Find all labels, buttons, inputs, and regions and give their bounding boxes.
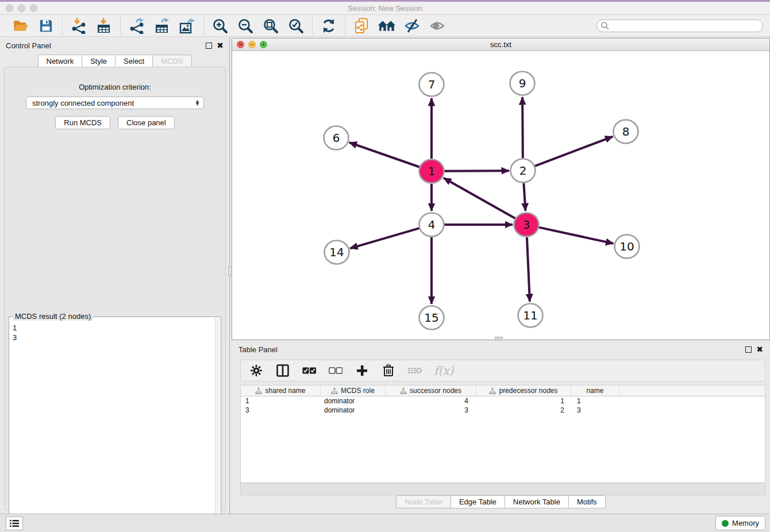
deselect-all-icon[interactable] (328, 363, 343, 378)
add-column-icon[interactable] (355, 363, 369, 378)
export-image-icon[interactable] (179, 17, 196, 34)
svg-text:9: 9 (519, 76, 526, 90)
first-neighbors-icon[interactable] (378, 17, 395, 34)
list-icon (10, 519, 19, 527)
horizontal-splitter-handle[interactable] (495, 337, 503, 341)
cell-successor-nodes[interactable]: 4 (386, 397, 476, 405)
criterion-dropdown[interactable]: strongly connected component ▲▼ (26, 97, 204, 109)
network-view-window: ✕ − + scc.txt 7968124314101511 (232, 38, 770, 340)
delete-column-icon[interactable] (381, 363, 396, 378)
zoom-selected-icon[interactable] (287, 17, 305, 34)
function-builder-icon: f(x) (434, 363, 453, 378)
tab-mcds[interactable]: MCDS (153, 55, 191, 68)
svg-text:10: 10 (619, 240, 634, 253)
memory-button[interactable]: Memory (715, 516, 765, 530)
svg-text:6: 6 (333, 131, 340, 145)
network-canvas[interactable]: 7968124314101511 (232, 51, 769, 340)
apply-layout-icon[interactable] (320, 17, 337, 34)
run-mcds-button[interactable]: Run MCDS (55, 116, 110, 129)
hierarchy-icon (331, 388, 338, 394)
zoom-out-icon[interactable] (237, 17, 254, 34)
float-table-panel-icon[interactable] (745, 346, 752, 353)
hierarchy-icon (255, 388, 262, 394)
svg-text:4: 4 (428, 218, 436, 232)
svg-text:1: 1 (428, 164, 436, 178)
cell-shared-name[interactable]: 1 (241, 397, 321, 405)
table-bottom-strip (240, 483, 765, 495)
table-tabs: Node Table Edge Table Network Table Moti… (232, 495, 770, 508)
import-table-icon[interactable] (95, 17, 113, 34)
mcds-tab-content: Optimization criterion: strongly connect… (4, 67, 226, 510)
export-network-icon[interactable] (128, 17, 145, 34)
close-panel-button[interactable]: Close panel (118, 116, 175, 129)
export-table-icon[interactable] (153, 17, 171, 34)
cell-successor-nodes[interactable]: 3 (386, 406, 476, 414)
cell-mcds-role[interactable]: dominator (321, 406, 386, 414)
close-table-panel-icon[interactable]: ✖ (756, 346, 763, 353)
svg-text:3: 3 (523, 218, 530, 232)
cell-shared-name[interactable]: 3 (241, 406, 321, 414)
import-network-icon[interactable] (70, 17, 87, 34)
application-window: Session: New Session (0, 0, 770, 532)
cell-mcds-role[interactable]: dominator (321, 397, 386, 405)
tab-edge-table[interactable]: Edge Table (451, 495, 505, 508)
tab-network[interactable]: Network (37, 55, 82, 68)
network-window-titlebar[interactable]: ✕ − + scc.txt (232, 38, 769, 51)
network-graph[interactable]: 7968124314101511 (232, 51, 769, 340)
tab-select[interactable]: Select (116, 55, 153, 68)
show-task-history-button[interactable] (6, 516, 23, 530)
delete-table-icon (407, 363, 422, 378)
cell-predecessor-nodes[interactable]: 2 (476, 406, 571, 414)
control-panel-tabs: Network Style Select MCDS (37, 55, 191, 68)
tab-motifs[interactable]: Motifs (569, 495, 606, 508)
node-table-header: shared name MCDS role successor nodes pr… (241, 385, 765, 396)
zoom-in-icon[interactable] (211, 17, 229, 34)
table-panel-title: Table Panel (238, 345, 278, 354)
table-row[interactable]: 1 dominator 4 1 1 (241, 396, 765, 406)
column-header-predecessor-nodes[interactable]: predecessor nodes (476, 385, 571, 396)
svg-text:8: 8 (622, 125, 630, 138)
cell-name[interactable]: 3 (571, 406, 619, 414)
column-header-name[interactable]: name (571, 385, 619, 396)
column-header-shared-name[interactable]: shared name (241, 385, 321, 396)
show-all-icon[interactable] (429, 17, 446, 34)
main-toolbar (0, 15, 770, 37)
clone-network-icon[interactable] (353, 17, 370, 34)
table-panel: Table Panel ✖ (232, 341, 770, 514)
open-session-icon[interactable] (12, 17, 29, 34)
table-row[interactable]: 3 dominator 3 2 3 (241, 406, 765, 415)
column-header-mcds-role[interactable]: MCDS role (321, 385, 386, 396)
search-input[interactable] (610, 21, 763, 31)
mcds-result-group: MCDS result (2 nodes) 1 3 (9, 317, 221, 532)
mcds-result-text[interactable]: 1 3 (13, 323, 215, 532)
window-titlebar: Session: New Session (0, 2, 770, 15)
hierarchy-icon (489, 388, 496, 394)
gear-icon[interactable] (249, 363, 264, 378)
cell-name[interactable]: 1 (571, 397, 619, 405)
optimization-criterion-label: Optimization criterion: (5, 83, 225, 91)
node-table: shared name MCDS role successor nodes pr… (240, 385, 765, 483)
svg-text:15: 15 (424, 311, 438, 325)
mcds-result-title: MCDS result (2 nodes) (13, 312, 93, 321)
criterion-dropdown-value: strongly connected component (32, 99, 134, 107)
cell-predecessor-nodes[interactable]: 1 (476, 397, 571, 405)
search-field[interactable] (596, 20, 763, 32)
window-title: Session: New Session (0, 4, 770, 13)
float-panel-icon[interactable] (206, 43, 212, 49)
hierarchy-icon (400, 388, 407, 394)
close-panel-icon[interactable]: ✖ (217, 43, 224, 49)
memory-status-icon (722, 520, 729, 527)
tab-network-table[interactable]: Network Table (505, 495, 569, 508)
svg-text:2: 2 (519, 164, 527, 178)
tab-node-table[interactable]: Node Table (396, 495, 451, 508)
select-all-icon[interactable] (302, 363, 317, 378)
tab-style[interactable]: Style (82, 55, 116, 68)
zoom-fit-icon[interactable] (262, 17, 279, 34)
table-toolbar: f(x) (240, 360, 765, 381)
dropdown-stepper-icon: ▲▼ (195, 100, 200, 106)
save-session-icon[interactable] (37, 17, 55, 34)
column-header-successor-nodes[interactable]: successor nodes (386, 385, 476, 396)
result-scrollbar[interactable] (215, 318, 220, 532)
column-layout-icon[interactable] (275, 363, 290, 378)
hide-selected-icon[interactable] (403, 17, 421, 34)
